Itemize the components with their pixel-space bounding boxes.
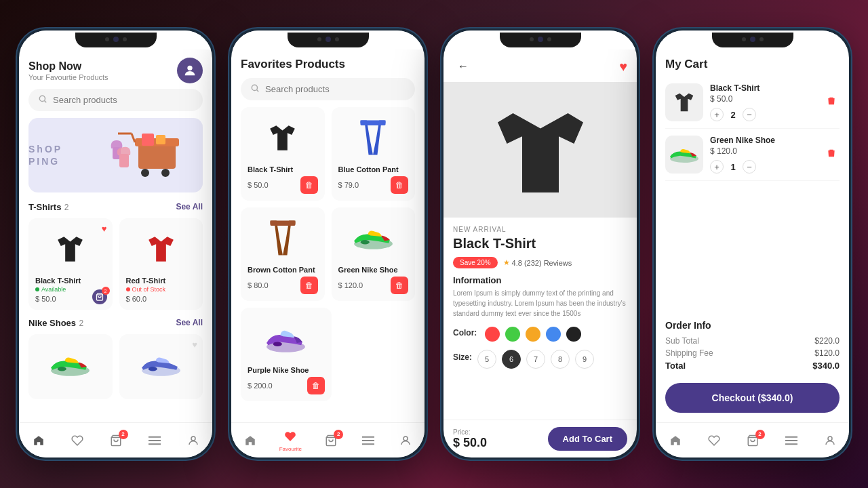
color-green[interactable] [505, 327, 520, 342]
qty-minus-shoe[interactable]: − [743, 160, 756, 174]
size-5[interactable]: 5 [477, 350, 496, 369]
nav-heart-4[interactable] [706, 432, 722, 449]
fav-brown-pant-price-row: $ 80.0 🗑 [248, 277, 318, 294]
qty-minus-tshirt[interactable]: − [743, 108, 756, 121]
menu-icon-1[interactable] [146, 432, 163, 449]
cart-shoe-img [665, 136, 703, 174]
color-blue[interactable] [546, 327, 561, 342]
color-black[interactable] [566, 327, 581, 342]
svg-point-22 [191, 436, 195, 441]
delete-brown-pant[interactable]: 🗑 [300, 277, 318, 294]
qty-num-tshirt: 2 [728, 110, 738, 120]
fav-brown-pant[interactable]: Brown Cotton Pant $ 80.0 🗑 [241, 207, 325, 301]
cart-item-tshirt: Black T-Shirt $ 50.0 + 2 − [665, 77, 840, 129]
home-icon-1[interactable] [31, 432, 47, 449]
nav-home-2[interactable] [242, 432, 258, 449]
search-bar-1[interactable] [28, 89, 203, 111]
heart-nav-icon-4[interactable] [706, 432, 722, 449]
svg-line-24 [257, 90, 259, 92]
fav-green-shoe[interactable]: Green Nike Shoe $ 120.0 🗑 [332, 207, 416, 301]
delete-green-shoe[interactable]: 🗑 [391, 277, 408, 294]
fav-blue-pant[interactable]: Blue Cotton Pant $ 79.0 🗑 [332, 107, 416, 201]
nav-person-2[interactable] [397, 432, 414, 449]
cart-nav-icon-2[interactable]: 2 [323, 432, 339, 449]
red-tshirt-status: Out of Stock [126, 286, 197, 293]
nav-cart-4[interactable]: 2 [745, 432, 761, 449]
nd8 [760, 37, 764, 41]
tshirts-label: T-Shirts 2 [28, 201, 69, 213]
qty-plus-tshirt[interactable]: + [710, 108, 724, 121]
nav-cart-2[interactable]: 2 [323, 432, 339, 449]
size-9[interactable]: 9 [575, 350, 594, 369]
svg-point-15 [58, 366, 66, 371]
fav-row-1: Black T-Shirt $ 50.0 🗑 [241, 107, 415, 201]
heart-nav-icon-1[interactable] [69, 432, 85, 449]
size-8[interactable]: 8 [551, 350, 570, 369]
nd4 [335, 37, 339, 41]
menu-icon-2[interactable] [360, 432, 376, 449]
nav-person-4[interactable] [822, 432, 838, 449]
fav-green-shoe-img [338, 214, 409, 262]
nav-heart-1[interactable] [69, 432, 85, 449]
nav-menu-2[interactable] [360, 432, 376, 449]
delete-purple-shoe[interactable]: 🗑 [307, 377, 325, 394]
product-card-black-tshirt[interactable]: ♥ Black T-Shirt Available $ 50.0 [28, 218, 113, 310]
cart-badge-nav-2: 2 [334, 430, 343, 439]
heart-icon-black-tshirt[interactable]: ♥ [102, 224, 107, 234]
info-text: Lorem Ipsum is simply dummy text of the … [453, 288, 627, 319]
add-to-cart-button[interactable]: Add To Cart [548, 427, 627, 451]
fav-black-tshirt[interactable]: Black T-Shirt $ 50.0 🗑 [241, 107, 325, 201]
size-7[interactable]: 7 [526, 350, 545, 369]
s4-header: My Cart [656, 49, 849, 77]
nd2 [123, 37, 127, 41]
nav-heart-2-active[interactable]: Favourite [279, 428, 302, 452]
phone-screen4: My Cart Black T-Shirt $ 50.0 + [652, 27, 852, 461]
notch-bar-2 [231, 30, 425, 49]
nav-menu-4[interactable] [783, 432, 800, 449]
price-value: $ 50.0 [453, 436, 487, 450]
color-yellow[interactable] [526, 327, 540, 342]
heart-icon-shoe[interactable]: ♥ [192, 340, 197, 350]
person-icon-1[interactable] [185, 432, 201, 449]
delete-blue-pant[interactable]: 🗑 [391, 176, 408, 194]
cart-nav-icon-1[interactable]: 2 [108, 432, 124, 449]
back-button[interactable]: ← [453, 56, 473, 77]
heart-fav-icon[interactable]: ♥ [619, 59, 627, 75]
nd-cam [113, 37, 119, 42]
heart-nav-icon-2[interactable] [282, 428, 298, 445]
nav-home-1[interactable] [31, 432, 47, 449]
color-red[interactable] [485, 327, 500, 342]
s3-product-name: Black T-Shirt [453, 236, 627, 251]
user-avatar[interactable] [177, 58, 203, 83]
delete-cart-shoe[interactable] [823, 145, 840, 165]
nav-cart-1[interactable]: 2 [108, 432, 124, 449]
qty-plus-shoe[interactable]: + [710, 160, 724, 174]
shoe-card-2[interactable]: ♥ [119, 334, 203, 399]
search-input-2[interactable] [265, 84, 406, 94]
person-icon-4[interactable] [822, 432, 838, 449]
cart-badge-nav-1: 2 [119, 430, 128, 439]
product-card-red-tshirt[interactable]: Red T-Shirt Out of Stock $ 60.0 [119, 218, 203, 310]
cart-tshirt-info: Black T-Shirt $ 50.0 + 2 − [710, 83, 816, 121]
menu-icon-4[interactable] [783, 432, 800, 449]
checkout-button[interactable]: Checkout ($340.0) [665, 383, 840, 413]
delete-cart-tshirt[interactable] [823, 93, 840, 113]
delete-black-tshirt[interactable]: 🗑 [300, 176, 318, 194]
nav-menu-1[interactable] [146, 432, 163, 449]
nd3 [317, 37, 321, 41]
tshirts-see-all[interactable]: See All [176, 202, 203, 211]
fav-purple-shoe[interactable]: Purple Nike Shoe $ 200.0 🗑 [241, 308, 332, 401]
cart-nav-icon-4[interactable]: 2 [745, 432, 761, 449]
home-icon-2[interactable] [242, 432, 258, 449]
search-input-1[interactable] [53, 95, 193, 105]
nav-home-4[interactable] [667, 432, 684, 449]
size-6[interactable]: 6 [502, 350, 521, 369]
person-icon-2[interactable] [397, 432, 414, 449]
cart-badge-black-tshirt[interactable]: 2 [92, 289, 107, 304]
cart-shoe-price: $ 120.0 [710, 146, 816, 156]
shoes-see-all[interactable]: See All [176, 318, 203, 327]
shoe-card-1[interactable] [28, 334, 113, 399]
nav-person-1[interactable] [185, 432, 201, 449]
search-bar-2[interactable] [241, 78, 415, 100]
home-icon-4[interactable] [667, 432, 684, 449]
